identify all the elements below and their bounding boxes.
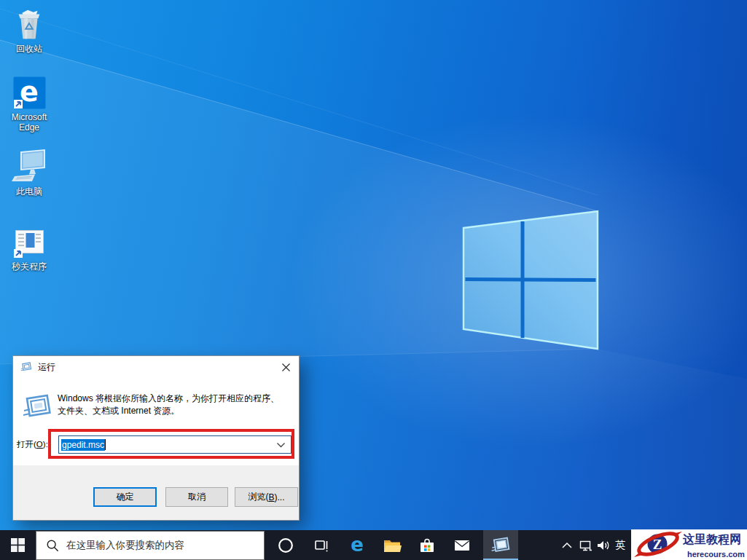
tray-network-button[interactable] <box>577 530 595 560</box>
taskbar-run-app-button[interactable] <box>483 530 518 560</box>
search-placeholder: 在这里输入你要搜索的内容 <box>66 539 184 552</box>
desktop-icon-label: 秒关程序 <box>12 261 47 272</box>
open-label: 打开(O): <box>17 435 48 454</box>
desktop-icon-label: 此电脑 <box>16 186 42 197</box>
close-icon <box>282 363 290 371</box>
watermark-logo: Z <box>631 529 687 560</box>
desktop-icon-label: 回收站 <box>16 44 42 54</box>
combobox-value: gpedit.msc <box>61 439 105 451</box>
watermark-site-name: 这里教程网 <box>683 532 747 548</box>
chevron-up-icon <box>562 542 572 548</box>
desktop-icon-quick-close-program[interactable]: 秒关程序 <box>1 226 58 272</box>
windows-logo-icon <box>11 538 25 552</box>
run-dialog-description: Windows 将根据你所输入的名称，为你打开相应的程序、 文件夹、文档或 In… <box>58 393 279 417</box>
open-combobox[interactable]: gpedit.msc <box>58 435 292 454</box>
run-dialog: 运行 Windows 将根据你所输入的名称，为你打开相应的程序、 文件夹、文档或… <box>12 355 300 521</box>
start-button[interactable] <box>0 530 35 560</box>
desktop-icon-this-pc[interactable]: 此电脑 <box>1 149 58 197</box>
cancel-button[interactable]: 取消 <box>165 487 228 507</box>
desktop: 回收站 e Microsoft Edge 此电脑 秒关程序 <box>0 0 747 560</box>
run-dialog-titlebar[interactable]: 运行 <box>13 356 299 378</box>
svg-text:e: e <box>351 536 364 555</box>
tray-chevron-button[interactable] <box>558 530 576 560</box>
recycle-bin-icon <box>12 7 46 41</box>
taskbar-edge-button[interactable]: e <box>340 530 375 560</box>
taskbar-search-box[interactable]: 在这里输入你要搜索的内容 <box>36 531 265 560</box>
ok-button[interactable]: 确定 <box>93 487 157 507</box>
taskbar-task-view-button[interactable] <box>304 530 339 560</box>
cortana-icon <box>278 537 294 553</box>
mail-icon <box>453 536 472 555</box>
close-button[interactable] <box>273 356 299 378</box>
run-icon <box>491 536 510 555</box>
chevron-down-icon[interactable] <box>277 443 285 448</box>
desktop-icon-label: Microsoft Edge <box>1 112 58 133</box>
taskbar-cortana-button[interactable] <box>268 530 303 560</box>
tray-volume-button[interactable] <box>595 530 612 560</box>
taskbar-mail-button[interactable] <box>445 530 480 560</box>
text-caret <box>105 439 106 450</box>
desktop-icon-recycle-bin[interactable]: 回收站 <box>1 7 58 54</box>
taskbar-file-explorer-button[interactable] <box>375 530 410 560</box>
speaker-icon <box>596 538 611 553</box>
run-icon <box>20 361 32 373</box>
this-pc-icon <box>12 149 47 184</box>
search-icon <box>46 539 59 552</box>
file-explorer-icon <box>383 536 402 555</box>
watermark-site-url: herecours.com <box>687 550 747 559</box>
task-view-icon <box>313 537 330 554</box>
edge-icon: e <box>13 76 46 109</box>
edge-icon: e <box>348 536 367 555</box>
taskbar-store-button[interactable] <box>410 530 445 560</box>
watermark: Z 这里教程网 herecours.com <box>631 529 747 560</box>
network-icon <box>579 538 593 553</box>
tray-ime-indicator[interactable]: 英 <box>612 530 628 560</box>
microsoft-store-icon <box>418 536 437 555</box>
program-window-icon <box>13 226 46 259</box>
run-dialog-title: 运行 <box>38 361 55 374</box>
browse-button[interactable]: 浏览(B)... <box>235 487 298 507</box>
windows-logo <box>464 211 598 349</box>
desktop-icon-microsoft-edge[interactable]: e Microsoft Edge <box>1 76 58 133</box>
run-icon-large <box>23 393 52 422</box>
